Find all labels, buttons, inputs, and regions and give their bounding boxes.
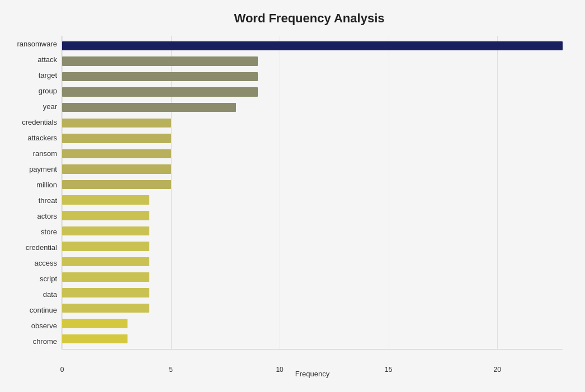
y-label-million: million — [36, 181, 57, 188]
x-tick-label: 5 — [169, 366, 173, 374]
y-label-credentials: credentials — [22, 119, 57, 126]
bar-continue — [62, 304, 149, 313]
x-axis-title: Frequency — [295, 370, 329, 378]
bar-row — [62, 69, 563, 84]
bar-row — [62, 146, 563, 162]
bar-row — [62, 331, 563, 347]
y-label-access: access — [35, 259, 57, 267]
y-label-actors: actors — [37, 212, 57, 220]
y-label-ransom: ransom — [33, 150, 57, 157]
bar-row — [62, 115, 563, 131]
bar-group — [62, 87, 258, 97]
y-label-ransomware: ransomware — [17, 40, 57, 48]
x-tick-label: 15 — [385, 366, 392, 374]
bar-script — [62, 272, 149, 282]
bar-data — [62, 288, 149, 297]
y-label-payment: payment — [29, 166, 57, 173]
y-label-store: store — [41, 228, 57, 235]
bar-ransomware — [62, 41, 563, 51]
chart-area: ransomwareattacktargetgroupyearcredentia… — [11, 36, 563, 350]
x-tick-label: 20 — [494, 366, 501, 374]
bar-threat — [62, 195, 149, 205]
bar-row — [62, 285, 563, 301]
bar-row — [62, 270, 563, 285]
bar-row — [62, 54, 563, 69]
y-axis: ransomwareattacktargetgroupyearcredentia… — [11, 36, 62, 350]
bar-ransom — [62, 149, 171, 159]
bar-access — [62, 257, 149, 267]
bar-chrome — [62, 334, 128, 344]
y-label-data: data — [43, 291, 57, 298]
bar-actors — [62, 211, 149, 220]
y-label-group: group — [39, 87, 57, 95]
y-label-observe: observe — [31, 322, 57, 329]
plot-area: 05101520 Frequency — [62, 36, 563, 350]
chart-title: Word Frequency Analysis — [11, 11, 563, 26]
bar-observe — [62, 319, 128, 328]
y-label-chrome: chrome — [33, 338, 57, 345]
bar-row — [62, 239, 563, 254]
bar-target — [62, 72, 258, 82]
bar-credentials — [62, 119, 171, 128]
bar-row — [62, 84, 563, 100]
y-label-attackers: attackers — [27, 134, 57, 141]
y-label-script: script — [40, 275, 57, 282]
y-label-credential: credential — [26, 244, 57, 251]
bar-year — [62, 103, 236, 112]
y-label-threat: threat — [39, 197, 57, 204]
y-label-attack: attack — [37, 56, 57, 63]
bar-row — [62, 192, 563, 208]
bar-row — [62, 223, 563, 239]
y-label-year: year — [43, 103, 57, 110]
bar-row — [62, 38, 563, 54]
x-tick-label: 0 — [60, 366, 64, 374]
y-label-continue: continue — [30, 306, 57, 314]
bar-row — [62, 254, 563, 270]
bar-attack — [62, 56, 258, 66]
bar-row — [62, 177, 563, 192]
bar-million — [62, 180, 171, 190]
bar-row — [62, 300, 563, 316]
chart-container: Word Frequency Analysis ransomwareattack… — [0, 0, 585, 392]
bar-row — [62, 316, 563, 332]
x-tick-label: 10 — [276, 366, 283, 374]
bar-payment — [62, 164, 171, 174]
bar-store — [62, 226, 149, 236]
bar-row — [62, 162, 563, 177]
bar-credential — [62, 242, 149, 251]
bar-row — [62, 208, 563, 224]
bar-row — [62, 100, 563, 115]
bar-row — [62, 131, 563, 147]
bar-attackers — [62, 134, 171, 143]
y-label-target: target — [39, 72, 57, 79]
